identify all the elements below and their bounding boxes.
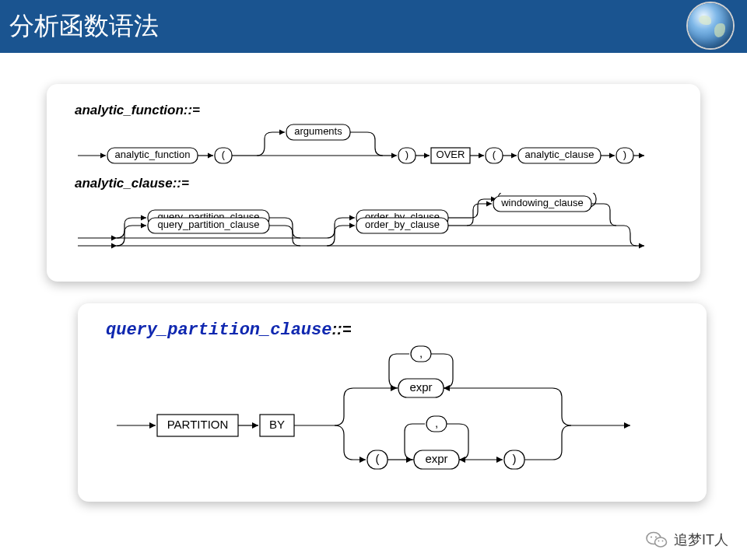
slide-header: 分析函数语法 (0, 0, 747, 53)
node-comma2: , (435, 416, 438, 429)
svg-point-51 (655, 537, 667, 547)
syntax-card-1: analytic_function::= analytic_function ( (47, 84, 700, 282)
wechat-icon (646, 530, 668, 549)
node-expr2: expr (425, 452, 447, 465)
diagram-query-partition-clause: PARTITION BY expr , (101, 340, 686, 480)
svg-point-55 (662, 541, 664, 542)
node-rparen1: ) (405, 149, 409, 160)
node-lparen1: ( (222, 149, 226, 160)
rule-name-analytic-function: analytic_function::= (75, 103, 680, 118)
rule-name-analytic-clause: analytic_clause::= (75, 176, 680, 191)
node-partition: PARTITION (167, 418, 229, 431)
footer-text: 追梦IT人 (674, 530, 728, 549)
node-analytic-clause: analytic_clause (525, 149, 594, 160)
node-lparen2: ( (493, 149, 496, 160)
syntax-card-2: query_partition_clause::= PARTITION BY (78, 303, 707, 502)
globe-icon (688, 3, 733, 48)
content-area: analytic_function::= analytic_function ( (0, 53, 747, 502)
node-over: OVER (437, 149, 465, 160)
node-qpc: query_partition_clause (158, 219, 260, 230)
svg-point-53 (655, 536, 657, 537)
node-expr1: expr (409, 380, 432, 394)
node-obc: order_by_clause (365, 219, 440, 230)
node-arguments: arguments (294, 125, 342, 137)
node-wc: windowing_clause (500, 197, 584, 208)
footer-watermark: 追梦IT人 (646, 530, 728, 549)
node-rparen: ) (513, 452, 517, 465)
slide-title: 分析函数语法 (9, 9, 159, 44)
diagram-analytic-clause: query_partition_clause order_by_clause (70, 193, 680, 260)
rule-name-query-partition-clause: query_partition_clause::= (106, 320, 686, 340)
node-comma1: , (419, 346, 423, 359)
node-analytic-function: analytic_function (115, 149, 191, 160)
diagram-analytic-function: analytic_function ( arguments ) (70, 120, 680, 171)
svg-point-54 (658, 541, 660, 542)
node-by: BY (269, 418, 285, 431)
svg-point-52 (651, 536, 652, 537)
node-lparen: ( (376, 452, 380, 465)
node-rparen2: ) (623, 149, 626, 160)
